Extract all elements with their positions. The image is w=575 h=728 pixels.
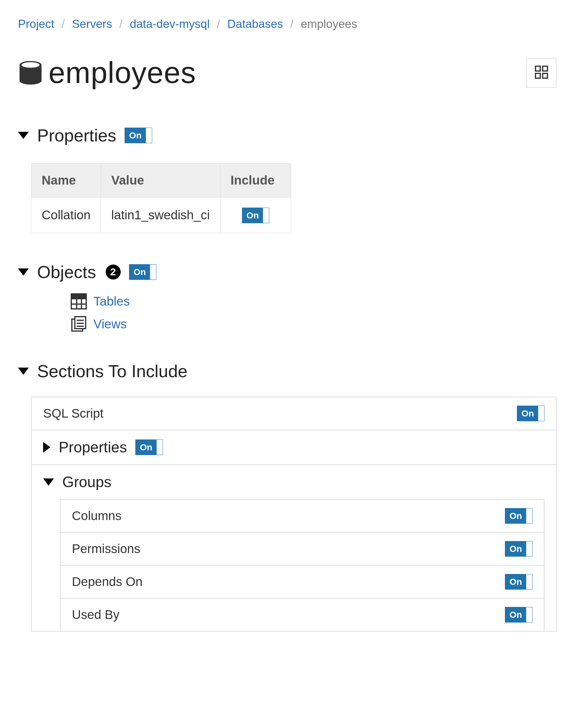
toggle-label: On [505, 574, 526, 589]
group-row-usedby: Used By On [61, 599, 544, 631]
col-name: Name [31, 164, 101, 197]
toggle-knob [146, 128, 152, 143]
breadcrumb-current: employees [301, 18, 357, 30]
caret-right-icon[interactable] [43, 442, 50, 453]
breadcrumb: Project/ Servers/ data-dev-mysql/ Databa… [18, 18, 556, 30]
toggle-knob [263, 208, 269, 223]
toggle-knob [538, 406, 544, 421]
table-row: Collation latin1_swedish_ci On [31, 197, 291, 233]
group-label: Depends On [72, 574, 142, 589]
caret-down-icon[interactable] [43, 478, 54, 486]
toggle-knob [526, 541, 532, 556]
section-row-properties: Properties On [32, 430, 556, 465]
list-item: Views [71, 316, 556, 332]
object-views-link[interactable]: Views [94, 317, 127, 331]
row-include-toggle[interactable]: On [242, 208, 270, 223]
layout-grid-button[interactable] [527, 58, 556, 88]
breadcrumb-sep: / [61, 18, 65, 30]
svg-point-2 [22, 62, 39, 67]
objects-count-badge: 2 [106, 265, 121, 279]
objects-section: Objects 2 On Tables Views [18, 262, 556, 332]
toggle-label: On [505, 508, 526, 523]
prop-include-cell: On [220, 197, 291, 233]
group-row-dependson: Depends On On [61, 566, 544, 599]
svg-rect-5 [536, 73, 540, 78]
breadcrumb-sep: / [217, 18, 220, 30]
toggle-label: On [505, 607, 526, 622]
svg-rect-4 [543, 66, 547, 71]
toggle-knob [150, 265, 156, 279]
sections-include-box: SQL Script On Properties On [31, 397, 556, 632]
toggle-label: On [129, 265, 150, 279]
sections-to-include: Sections To Include SQL Script On Proper… [18, 361, 556, 632]
toggle-knob [526, 508, 532, 523]
toggle-knob [526, 607, 532, 622]
svg-rect-3 [536, 66, 540, 71]
objects-toggle[interactable]: On [129, 264, 157, 280]
breadcrumb-project[interactable]: Project [18, 18, 54, 30]
sql-script-toggle[interactable]: On [517, 406, 544, 421]
caret-down-icon[interactable] [18, 132, 29, 139]
properties-heading: Properties [37, 125, 116, 145]
toggle-label: On [505, 541, 526, 556]
section-label: SQL Script [43, 406, 104, 421]
properties-toggle[interactable]: On [125, 128, 152, 143]
table-header-row: Name Value Include [31, 164, 291, 197]
breadcrumb-sep: / [120, 18, 123, 30]
section-label: Groups [62, 473, 111, 491]
properties-table: Name Value Include Collation latin1_swed… [31, 163, 291, 233]
breadcrumb-server[interactable]: data-dev-mysql [130, 18, 210, 30]
database-icon [18, 60, 43, 86]
section-label: Properties [59, 439, 127, 456]
svg-rect-6 [543, 73, 547, 78]
group-dependson-toggle[interactable]: On [505, 574, 533, 590]
list-item: Tables [71, 293, 556, 309]
group-permissions-toggle[interactable]: On [505, 541, 533, 557]
section-row-sql: SQL Script On [32, 397, 556, 430]
group-columns-toggle[interactable]: On [505, 508, 533, 524]
section-row-groups: Groups Columns On Permissions On Depends… [32, 465, 556, 632]
breadcrumb-sep: / [290, 18, 294, 30]
toggle-knob [526, 574, 532, 589]
group-row-permissions: Permissions On [61, 533, 544, 566]
col-value: Value [101, 164, 220, 197]
toggle-label: On [517, 406, 538, 421]
group-label: Permissions [72, 542, 140, 556]
section-properties-toggle[interactable]: On [135, 439, 163, 455]
toggle-label: On [136, 440, 157, 455]
group-usedby-toggle[interactable]: On [505, 607, 533, 623]
caret-down-icon[interactable] [18, 268, 29, 276]
toggle-knob [157, 440, 163, 455]
page-title: employees [48, 56, 196, 90]
svg-rect-12 [71, 294, 86, 298]
toggle-label: On [125, 128, 146, 143]
grid-icon [534, 65, 549, 80]
objects-heading: Objects [37, 262, 96, 282]
breadcrumb-servers[interactable]: Servers [72, 18, 112, 30]
group-row-columns: Columns On [61, 500, 544, 533]
prop-name: Collation [31, 197, 101, 233]
objects-list: Tables Views [71, 293, 556, 332]
caret-down-icon[interactable] [18, 368, 29, 375]
toggle-label: On [242, 208, 263, 223]
view-icon [71, 316, 87, 332]
groups-list: Columns On Permissions On Depends On On … [60, 499, 544, 631]
breadcrumb-databases[interactable]: Databases [227, 18, 283, 30]
properties-section: Properties On Name Value Include Collati… [18, 125, 556, 233]
group-label: Columns [72, 509, 122, 523]
sections-heading: Sections To Include [37, 361, 188, 381]
object-tables-link[interactable]: Tables [94, 294, 130, 308]
prop-value: latin1_swedish_ci [101, 197, 220, 233]
group-label: Used By [72, 607, 120, 622]
col-include: Include [220, 164, 291, 197]
table-icon [71, 293, 87, 309]
